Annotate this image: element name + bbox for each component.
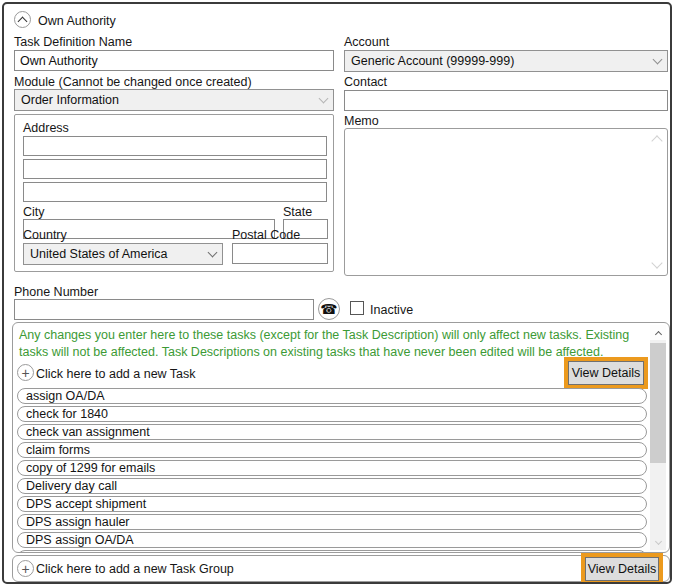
account-value: Generic Account (99999-999) <box>351 54 654 68</box>
address-line1-input[interactable] <box>23 136 327 156</box>
task-group-panel: + Click here to add a new Task Group <box>12 555 670 582</box>
memo-label: Memo <box>344 114 379 128</box>
address-group: Address City State Country United States… <box>14 114 334 272</box>
task-row[interactable]: DPS assign OA/DA <box>17 532 647 548</box>
country-label: Country <box>23 228 67 242</box>
country-select[interactable]: United States of America <box>23 243 223 265</box>
tasks-scrollbar[interactable] <box>650 325 666 550</box>
tasks-warning-text: Any changes you enter here to these task… <box>19 327 643 361</box>
add-task-label[interactable]: Click here to add a new Task <box>36 367 196 381</box>
phone-number-input[interactable] <box>14 299 314 320</box>
task-row[interactable]: DPS accept shipment <box>17 496 647 512</box>
tasks-panel: Any changes you enter here to these task… <box>12 322 670 553</box>
task-row[interactable]: claim forms <box>17 442 647 458</box>
task-definition-name-label: Task Definition Name <box>14 35 132 49</box>
task-row[interactable]: check for 1840 <box>17 406 647 422</box>
view-details-group-button[interactable]: View Details <box>585 557 659 581</box>
scroll-up-icon <box>654 330 661 337</box>
module-value: Order Information <box>21 93 320 107</box>
task-row[interactable]: driver's fax <box>17 550 647 553</box>
inactive-checkbox[interactable] <box>350 301 364 315</box>
task-row[interactable]: assign OA/DA <box>17 388 647 404</box>
state-label: State <box>283 205 312 219</box>
city-label: City <box>23 205 45 219</box>
chevron-down-icon <box>319 93 329 103</box>
address-line2-input[interactable] <box>23 159 327 179</box>
panel-title: Own Authority <box>38 14 116 28</box>
task-row[interactable]: DPS assign hauler <box>17 514 647 530</box>
module-select[interactable]: Order Information <box>14 89 334 111</box>
postal-code-input[interactable] <box>232 243 328 264</box>
view-details-highlight: View Details <box>581 553 663 584</box>
chevron-down-icon <box>653 54 663 64</box>
module-label: Module (Cannot be changed once created) <box>14 75 252 89</box>
account-select[interactable]: Generic Account (99999-999) <box>344 50 668 72</box>
scrollbar-up-button[interactable] <box>650 325 666 340</box>
task-row[interactable]: copy of 1299 for emails <box>17 460 647 476</box>
scroll-up-icon[interactable] <box>651 135 662 146</box>
plus-icon: + <box>17 364 34 381</box>
memo-textarea[interactable] <box>344 128 668 276</box>
contact-input[interactable] <box>344 90 668 111</box>
task-row[interactable]: check van assignment <box>17 424 647 440</box>
country-value: United States of America <box>30 247 209 261</box>
plus-icon: + <box>17 560 34 577</box>
account-label: Account <box>344 35 389 49</box>
task-definition-name-input[interactable] <box>14 50 334 71</box>
add-task-row[interactable]: + <box>17 364 34 381</box>
own-authority-window: Own Authority Task Definition Name Modul… <box>0 0 674 586</box>
add-task-group-label[interactable]: Click here to add a new Task Group <box>36 562 234 576</box>
inactive-label: Inactive <box>370 303 413 317</box>
own-authority-expander: Own Authority Task Definition Name Modul… <box>2 2 672 584</box>
chevron-down-icon <box>208 247 218 257</box>
postal-code-label: Postal Code <box>232 228 300 242</box>
add-task-group-row[interactable]: + <box>17 560 34 577</box>
scroll-down-icon <box>654 538 661 545</box>
scroll-down-icon[interactable] <box>651 257 662 268</box>
view-details-button[interactable]: View Details <box>568 361 644 385</box>
task-list: assign OA/DAcheck for 1840check van assi… <box>17 388 647 553</box>
contact-label: Contact <box>344 75 387 89</box>
phone-number-label: Phone Number <box>14 285 98 299</box>
scrollbar-thumb[interactable] <box>650 343 666 463</box>
chevron-up-icon <box>18 16 28 26</box>
scrollbar-down-button[interactable] <box>650 535 666 550</box>
address-line3-input[interactable] <box>23 182 327 202</box>
view-details-highlight: View Details <box>564 357 648 389</box>
task-row[interactable]: Delivery day call <box>17 478 647 494</box>
collapse-chevron-icon[interactable] <box>14 11 31 28</box>
address-label: Address <box>23 121 69 135</box>
task-group-row-partial[interactable]: New Move Tasks <box>16 583 646 584</box>
dial-phone-button[interactable]: ☎ <box>318 298 340 320</box>
phone-icon: ☎ <box>320 302 337 316</box>
